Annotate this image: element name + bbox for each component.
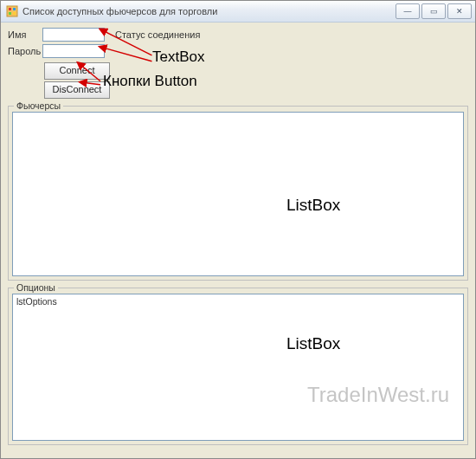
svg-rect-0 (7, 6, 17, 16)
window-controls: — ▭ ✕ (396, 3, 472, 19)
maximize-button[interactable]: ▭ (421, 3, 446, 19)
app-icon (6, 5, 18, 17)
titlebar[interactable]: Список доступных фьючерсов для торговли … (1, 1, 475, 23)
legend-futures: Фьючерсы (14, 100, 63, 111)
row-name: Имя Статус соединения (8, 28, 468, 42)
client-area: Имя Статус соединения Пароль Connect Dis… (1, 23, 475, 459)
name-input[interactable] (42, 28, 105, 42)
annotation-buttons: Кнопки Button (103, 73, 197, 90)
close-button[interactable]: ✕ (447, 3, 472, 19)
groupbox-futures: Фьючерсы (8, 106, 468, 281)
minimize-button[interactable]: — (396, 3, 420, 19)
svg-rect-2 (13, 8, 16, 10)
app-window: Список доступных фьючерсов для торговли … (0, 0, 476, 459)
svg-rect-4 (13, 12, 16, 15)
label-name: Имя (8, 29, 42, 40)
disconnect-button[interactable]: DisConnect (44, 81, 110, 99)
connect-button[interactable]: Connect (44, 62, 110, 80)
svg-rect-1 (9, 8, 11, 10)
svg-rect-3 (9, 12, 11, 15)
password-input[interactable] (42, 44, 105, 58)
label-password: Пароль (8, 46, 42, 56)
list-item[interactable]: lstOptions (16, 296, 57, 307)
window-title: Список доступных фьючерсов для торговли (23, 6, 396, 16)
groupbox-options: Опционы lstOptions (8, 288, 468, 445)
row-password: Пароль (8, 44, 468, 58)
legend-options: Опционы (14, 282, 58, 293)
options-listbox[interactable]: lstOptions (12, 294, 464, 441)
futures-listbox[interactable] (12, 112, 464, 276)
status-label: Статус соединения (115, 29, 200, 40)
